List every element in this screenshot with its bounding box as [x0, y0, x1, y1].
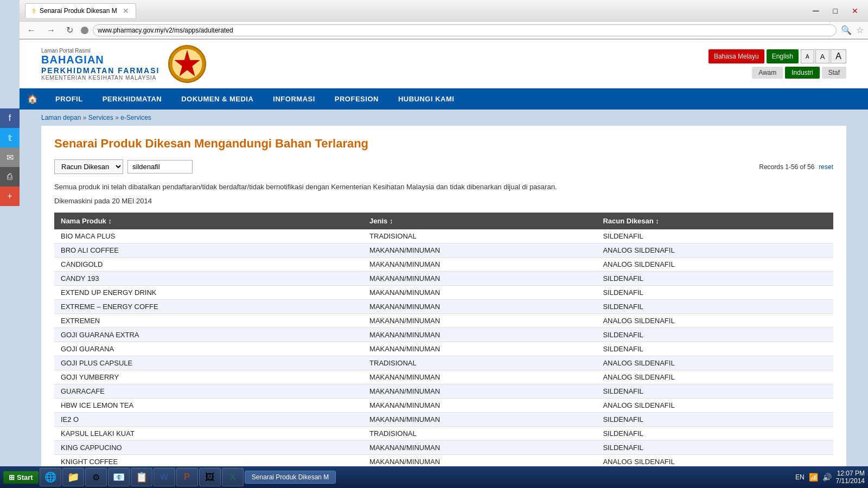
taskbar-network-icon: 📶	[809, 473, 818, 481]
nav-profesion[interactable]: PROFESION	[325, 89, 388, 108]
font-small-button[interactable]: A	[801, 49, 814, 63]
table-cell-11-1: MAKANAN/MINUMAN	[363, 384, 596, 398]
ssl-icon	[81, 27, 88, 34]
audience-buttons: Awam Industri Staf	[752, 67, 846, 79]
industri-button[interactable]: Industri	[785, 67, 819, 79]
table-row: EXTREME – ENERGY COFFEMAKANAN/MINUMANSIL…	[54, 299, 833, 313]
table-row: KING CAPPUCINOMAKANAN/MINUMANSILDENAFIL	[54, 440, 833, 454]
start-button[interactable]: ⊞ Start	[3, 471, 39, 484]
nav-home-button[interactable]: 🏠	[20, 88, 46, 110]
window-close[interactable]: ✕	[847, 5, 863, 16]
breadcrumb-sep1: »	[83, 114, 87, 121]
english-button[interactable]: English	[767, 49, 799, 63]
nav-hubungi[interactable]: HUBUNGI KAMI	[388, 89, 464, 108]
updated-date: Dikemaskini pada 20 MEI 2014	[54, 197, 833, 205]
tab-title: Senarai Produk Dikesan M	[40, 7, 117, 15]
tab-close-button[interactable]: ✕	[123, 7, 129, 15]
site-header: Laman Portal Rasmi BAHAGIAN PERKHIDMATAN…	[20, 40, 868, 88]
breadcrumb-home[interactable]: Laman depan	[41, 114, 81, 121]
nav-profil[interactable]: PROFIL	[46, 89, 93, 108]
table-cell-3-2: SILDENAFIL	[596, 271, 833, 285]
table-cell-5-1: MAKANAN/MINUMAN	[363, 299, 596, 313]
bahasa-melayu-button[interactable]: Bahasa Melayu	[709, 49, 764, 63]
breadcrumb-eservices[interactable]: e-Services	[120, 114, 151, 121]
twitter-button[interactable]: 𝕥	[0, 128, 20, 147]
table-cell-14-2: SILDENAFIL	[596, 426, 833, 440]
taskbar-word-icon[interactable]: W	[154, 468, 175, 486]
breadcrumb-sep2: »	[115, 114, 119, 121]
table-cell-5-2: SILDENAFIL	[596, 299, 833, 313]
address-input[interactable]	[93, 24, 837, 36]
col-jenis[interactable]: Jenis ↕	[363, 213, 596, 229]
facebook-button[interactable]: f	[0, 108, 20, 128]
back-button[interactable]: ←	[24, 24, 39, 36]
breadcrumb: Laman depan » Services » e-Services	[20, 110, 868, 126]
filter-right: Records 1-56 of 56 reset	[759, 163, 833, 171]
breadcrumb-services[interactable]: Services	[88, 114, 113, 121]
col-racun[interactable]: Racun Dikesan ↕	[596, 213, 833, 229]
print-icon: ⎙	[7, 172, 12, 182]
page-title: Senarai Produk Dikesan Mengandungi Bahan…	[54, 137, 833, 151]
table-row: GOJI YUMBERRYMAKANAN/MINUMANANALOG SILDE…	[54, 370, 833, 384]
table-cell-10-2: ANALOG SILDENAFIL	[596, 370, 833, 384]
facebook-icon: f	[9, 113, 11, 123]
nav-informasi[interactable]: INFORMASI	[263, 89, 324, 108]
window-minimize[interactable]: ─	[808, 5, 823, 17]
filter-dropdown[interactable]: Racun Dikesan	[54, 159, 123, 174]
table-cell-7-0: GOJI GUARANA EXTRA	[54, 328, 363, 342]
content-area: Senarai Produk Dikesan Mengandungi Bahan…	[41, 126, 846, 488]
print-button[interactable]: ⎙	[0, 167, 20, 187]
table-row: CANDY 193MAKANAN/MINUMANSILDENAFIL	[54, 271, 833, 285]
table-row: GUARACAFEMAKANAN/MINUMANSILDENAFIL	[54, 384, 833, 398]
table-cell-8-0: GOJI GUARANA	[54, 342, 363, 356]
refresh-button[interactable]: ↻	[63, 24, 76, 36]
taskbar: ⊞ Start 🌐 📁 ⚙ 📧 📋 W P 🖼 X Senarai Produk…	[0, 466, 868, 488]
forward-button[interactable]: →	[43, 24, 59, 36]
table-cell-2-1: MAKANAN/MINUMAN	[363, 257, 596, 271]
email-button[interactable]: ✉	[0, 147, 20, 167]
main-nav: 🏠 PROFIL PERKHIDMATAN DOKUMEN & MEDIA IN…	[20, 88, 868, 110]
taskbar-ie-icon[interactable]: 🌐	[40, 468, 61, 486]
dept-line1: BAHAGIAN	[41, 54, 159, 66]
table-cell-13-0: IE2 O	[54, 412, 363, 426]
font-large-button[interactable]: A	[831, 49, 846, 63]
table-cell-8-2: SILDENAFIL	[596, 342, 833, 356]
bookmark-icon[interactable]: ☆	[856, 25, 864, 35]
plus-button[interactable]: +	[0, 187, 20, 206]
taskbar-outlook-icon[interactable]: 📧	[108, 468, 130, 486]
font-medium-button[interactable]: A	[815, 49, 830, 63]
browser-chrome: ⚕ Senarai Produk Dikesan M ✕ ─ □ ✕ ← → ↻…	[20, 0, 868, 40]
taskbar-ppt-icon[interactable]: P	[176, 468, 198, 486]
browser-tab[interactable]: ⚕ Senarai Produk Dikesan M ✕	[25, 3, 136, 18]
ministry-label: KEMENTERIAN KESIHATAN MALAYSIA	[41, 75, 159, 81]
awam-button[interactable]: Awam	[752, 67, 783, 79]
table-row: GOJI GUARANAMAKANAN/MINUMANSILDENAFIL	[54, 342, 833, 356]
plus-icon: +	[7, 191, 12, 201]
taskbar-chrome-icon[interactable]: ⚙	[85, 468, 107, 486]
table-cell-4-0: EXTEND UP ENERGY DRINK	[54, 285, 363, 299]
table-cell-2-0: CANDIGOLD	[54, 257, 363, 271]
table-cell-12-2: ANALOG SILDENAFIL	[596, 398, 833, 412]
taskbar-excel-icon[interactable]: X	[222, 468, 244, 486]
taskbar-photos-icon[interactable]: 🖼	[199, 468, 221, 486]
taskbar-app5-icon[interactable]: 📋	[131, 468, 152, 486]
nav-perkhidmatan[interactable]: PERKHIDMATAN	[93, 89, 172, 108]
staf-button[interactable]: Staf	[822, 67, 846, 79]
table-cell-1-0: BRO ALI COFFEE	[54, 243, 363, 257]
table-row: CANDIGOLDMAKANAN/MINUMANANALOG SILDENAFI…	[54, 257, 833, 271]
taskbar-folder-icon[interactable]: 📁	[62, 468, 84, 486]
title-bar: ⚕ Senarai Produk Dikesan M ✕ ─ □ ✕	[20, 0, 868, 22]
window-maximize[interactable]: □	[829, 5, 842, 16]
reset-link[interactable]: reset	[819, 163, 833, 171]
browser-search-icon[interactable]: 🔍	[841, 25, 852, 35]
table-cell-15-2: SILDENAFIL	[596, 440, 833, 454]
table-body: BIO MACA PLUSTRADISIONALSILDENAFILBRO AL…	[54, 229, 833, 489]
filter-left: Racun Dikesan	[54, 159, 193, 174]
col-product[interactable]: Nama Produk ↕	[54, 213, 363, 229]
taskbar-active-tab[interactable]: Senarai Produk Dikesan M	[245, 471, 336, 484]
filter-input[interactable]	[127, 160, 193, 174]
social-sidebar: f 𝕥 ✉ ⎙ +	[0, 108, 20, 206]
nav-dokumen[interactable]: DOKUMEN & MEDIA	[171, 89, 263, 108]
table-header: Nama Produk ↕ Jenis ↕ Racun Dikesan ↕	[54, 213, 833, 229]
description-text: Semua produk ini telah dibatalkan pendaf…	[54, 182, 833, 192]
